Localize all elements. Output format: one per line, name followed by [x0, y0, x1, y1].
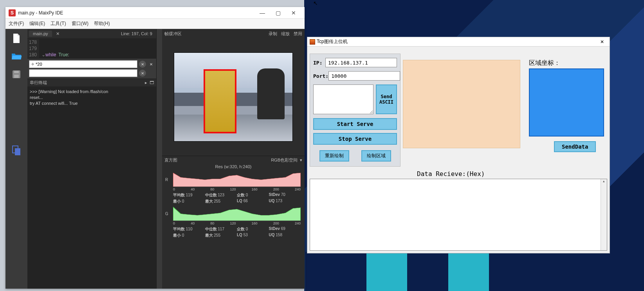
histogram-g: G 04080120160200240 平均数 110 中位数 117 众数 0… — [162, 205, 305, 239]
draw-region-button[interactable]: 绘制区域 — [361, 150, 391, 162]
minimize-button[interactable]: — — [254, 10, 270, 16]
replace-input[interactable] — [29, 69, 137, 77]
image-canvas[interactable] — [403, 60, 520, 148]
tick: 120 — [230, 187, 236, 191]
receive-scrollbar[interactable] — [601, 179, 607, 250]
terminal-title: 串行终端 — [30, 80, 47, 86]
data-receive-box[interactable] — [310, 179, 607, 251]
svg-marker-6 — [173, 207, 301, 221]
close-button[interactable]: ✕ — [286, 10, 301, 16]
svg-marker-5 — [173, 173, 301, 187]
data-receive-label: Data Recieve:(Hex) — [417, 170, 485, 178]
term-line: reset... — [30, 95, 154, 101]
send-data-button[interactable]: SendData — [554, 141, 596, 152]
tick: 200 — [273, 221, 279, 225]
send-ascii-button[interactable]: Send ASCII — [376, 84, 397, 114]
tick: 120 — [230, 221, 236, 225]
new-file-icon[interactable] — [11, 33, 22, 44]
editor-scrollbar[interactable] — [157, 29, 162, 289]
term-pin-icon[interactable]: 🗖 — [150, 80, 154, 85]
terminal-output[interactable]: >>> [Warning] Not loaded from /flash/con… — [27, 86, 156, 289]
detected-person — [257, 68, 285, 119]
hist-channel-label: R — [165, 178, 168, 182]
fb-disable[interactable]: 禁用 — [294, 31, 302, 37]
maximize-button[interactable]: ▢ — [270, 10, 286, 16]
menu-tools[interactable]: 工具(T) — [51, 20, 66, 27]
tick: 160 — [252, 187, 258, 191]
ide-sidebar — [5, 29, 27, 289]
colorspace-select[interactable]: RGB色彩空间 — [271, 157, 298, 163]
svg-rect-4 — [15, 148, 20, 155]
term-expand-icon[interactable]: ▸ — [145, 80, 147, 85]
tcp-titlebar[interactable]: Tcp图传上位机 ✕ — [307, 37, 610, 47]
cursor-position: Line: 197, Col: 9 — [121, 31, 155, 36]
ip-input[interactable] — [325, 58, 397, 67]
line-number: 180 — [27, 52, 39, 58]
tcp-control-panel: IP: Port: Send ASCII Start Serve Stop Se… — [310, 54, 400, 167]
tick: 240 — [295, 187, 301, 191]
camera-preview[interactable] — [174, 52, 293, 142]
fb-zoom[interactable]: 缩放 — [281, 31, 290, 37]
tick: 0 — [173, 187, 175, 191]
detection-box — [204, 69, 236, 133]
search-panel: ✕ ✕ ✕ — [27, 59, 156, 79]
tick: 240 — [295, 221, 301, 225]
code-area[interactable]: 178 179 180⌄ while True: — [27, 38, 156, 59]
svg-rect-2 — [14, 75, 19, 78]
port-label: Port: — [313, 73, 328, 79]
menu-window[interactable]: 窗口(W) — [72, 20, 88, 27]
tcp-close-button[interactable]: ✕ — [597, 39, 607, 45]
close-search-icon[interactable]: ✕ — [148, 61, 155, 68]
term-line: >>> [Warning] Not loaded from /flash/con — [30, 89, 154, 95]
tick: 40 — [191, 187, 195, 191]
hist-channel-label: G — [165, 212, 168, 216]
histogram-r: R 04080120160200240 平均数 119 中位数 123 众数 0… — [162, 171, 305, 205]
line-number: 179 — [27, 45, 39, 52]
tick: 160 — [252, 221, 258, 225]
mouse-cursor: ↖ — [313, 0, 318, 6]
copy-icon[interactable] — [11, 145, 22, 156]
clear-replace-icon[interactable]: ✕ — [139, 70, 146, 77]
code-keyword: while — [45, 52, 56, 58]
framebuffer-pane: 帧缓冲区 录制 缩放 禁用 直方图 RGB色彩空间 — [162, 29, 305, 289]
ip-label: IP: — [313, 60, 325, 66]
stop-serve-button[interactable]: Stop Serve — [313, 133, 397, 145]
tick: 80 — [210, 221, 214, 225]
ide-titlebar[interactable]: S main.py - MaixPy IDE — ▢ ✕ — [5, 7, 305, 19]
region-coord-label: 区域坐标： — [529, 59, 560, 67]
ide-window: S main.py - MaixPy IDE — ▢ ✕ 文件(F) 编辑(E)… — [5, 7, 305, 289]
tcp-window: Tcp图传上位机 ✕ IP: Port: Send ASCII Start Se… — [307, 37, 610, 253]
send-textarea[interactable] — [313, 84, 373, 114]
tick: 40 — [191, 221, 195, 225]
tab-close-icon[interactable]: ✕ — [54, 31, 61, 36]
menu-edit[interactable]: 编辑(E) — [29, 20, 45, 27]
tcp-app-icon — [310, 39, 315, 45]
svg-rect-1 — [14, 71, 19, 73]
tick: 0 — [173, 221, 175, 225]
chevron-down-icon[interactable]: ▾ — [298, 158, 302, 163]
histogram-resolution: Res (w:320, h:240) — [162, 164, 305, 171]
editor-tab[interactable]: main.py — [29, 31, 52, 37]
framebuffer-title: 帧缓冲区 — [164, 31, 182, 37]
tick: 80 — [210, 187, 214, 191]
redraw-button[interactable]: 重新绘制 — [319, 150, 349, 162]
search-input[interactable] — [29, 60, 137, 68]
save-icon[interactable] — [11, 69, 22, 80]
start-serve-button[interactable]: Start Serve — [313, 118, 397, 130]
code-literal: True — [58, 52, 68, 58]
fb-record[interactable]: 录制 — [269, 31, 277, 37]
tick: 200 — [273, 187, 279, 191]
ide-menubar: 文件(F) 编辑(E) 工具(T) 窗口(W) 帮助(H) — [5, 19, 305, 29]
region-preview[interactable] — [529, 68, 604, 137]
histogram-title: 直方图 — [164, 157, 177, 163]
ide-logo-icon: S — [9, 9, 16, 16]
editor-pane: main.py ✕ Line: 197, Col: 9 178 179 180⌄… — [27, 29, 157, 289]
menu-help[interactable]: 帮助(H) — [94, 20, 110, 27]
tcp-title-text: Tcp图传上位机 — [317, 38, 348, 45]
menu-file[interactable]: 文件(F) — [9, 20, 24, 27]
clear-search-icon[interactable]: ✕ — [139, 61, 146, 68]
ide-title: main.py - MaixPy IDE — [18, 10, 254, 16]
open-folder-icon[interactable] — [11, 51, 22, 62]
term-line: try AT connect wifi... True — [30, 101, 154, 106]
port-input[interactable] — [328, 71, 400, 81]
